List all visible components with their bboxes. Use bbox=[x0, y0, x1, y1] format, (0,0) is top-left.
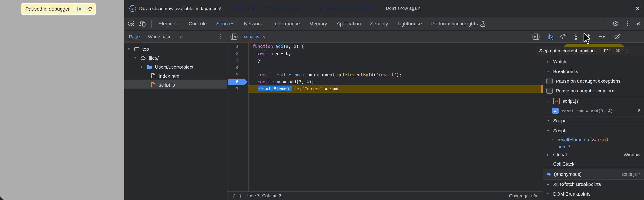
section-call-stack[interactable]: Call Stack bbox=[543, 159, 644, 169]
tree-expand-arrow-icon[interactable] bbox=[140, 65, 146, 69]
code-line[interactable]: function add(a, b) { bbox=[248, 43, 543, 50]
tab-workspace[interactable]: Workspace bbox=[148, 30, 172, 42]
line-number-gutter[interactable]: 6 bbox=[227, 78, 248, 86]
checkbox-checked[interactable] bbox=[552, 108, 558, 114]
section-scope[interactable]: Scope bbox=[543, 116, 644, 126]
chevron-right-icon[interactable] bbox=[552, 138, 558, 141]
section-xhr-breakpoints[interactable]: XHR/fetch Breakpoints bbox=[543, 179, 644, 189]
script-file-badge-icon: ‹› bbox=[553, 98, 560, 104]
chevron-right-icon[interactable] bbox=[547, 60, 553, 63]
breakpoint-source-text: const sum = add(3, 4); bbox=[562, 109, 615, 113]
chevron-right-icon[interactable] bbox=[547, 183, 553, 186]
code-editor[interactable]: 1 function add(a, b) { bbox=[227, 43, 543, 192]
code-line[interactable]: } bbox=[248, 57, 543, 64]
scope-global-group[interactable]: Global Window bbox=[543, 150, 644, 159]
line-number-gutter[interactable]: 4 bbox=[227, 64, 248, 71]
section-dom-breakpoints[interactable]: DOM Breakpoints bbox=[543, 189, 644, 200]
devtools-close-icon[interactable]: × bbox=[636, 20, 640, 27]
code-token: } bbox=[252, 58, 260, 63]
step-button[interactable] bbox=[595, 32, 608, 41]
chevron-down-icon[interactable] bbox=[547, 162, 553, 166]
tree-expand-arrow-icon[interactable] bbox=[128, 47, 134, 51]
line-number-gutter[interactable]: 5 bbox=[227, 71, 248, 78]
tab-page[interactable]: Page bbox=[129, 30, 140, 42]
chevron-down-icon[interactable] bbox=[547, 70, 553, 73]
chevron-right-icon[interactable] bbox=[547, 153, 553, 156]
panel-tab[interactable]: Memory bbox=[304, 17, 332, 30]
line-number[interactable]: 6 bbox=[236, 79, 238, 84]
tree-row[interactable]: file:// bbox=[124, 53, 227, 62]
step-over-button[interactable] bbox=[556, 32, 569, 41]
scope-var-sum[interactable]: sum: 7 bbox=[543, 143, 644, 150]
panel-tab[interactable]: Console bbox=[184, 17, 212, 30]
code-line[interactable]: return a + b; bbox=[248, 50, 543, 57]
panel-tab[interactable]: Application bbox=[332, 17, 366, 30]
checkbox-unchecked[interactable] bbox=[546, 88, 553, 94]
pause-uncaught-row[interactable]: Pause on uncaught exceptions bbox=[543, 76, 644, 86]
resume-script-button[interactable] bbox=[74, 4, 84, 14]
scope-script-group[interactable]: Script bbox=[543, 126, 644, 136]
scope-var-resultelement[interactable]: resultElement: div#result bbox=[543, 136, 644, 143]
checkbox-unchecked[interactable] bbox=[546, 78, 553, 84]
code-line[interactable]: const resultElement = document.getElemen… bbox=[248, 71, 543, 78]
step-into-button[interactable] bbox=[569, 32, 582, 41]
inspect-element-icon[interactable] bbox=[128, 20, 136, 28]
infobar-action-button[interactable]: Always match Chrome's language bbox=[227, 3, 305, 13]
section-breakpoints[interactable]: Breakpoints bbox=[543, 66, 644, 76]
more-options-kebab-icon[interactable]: ⋮ bbox=[624, 21, 630, 27]
code-line[interactable]: const sum = add(3, 4); bbox=[248, 78, 543, 86]
panel-tab[interactable]: Sources bbox=[212, 17, 239, 30]
infobar-action-button[interactable]: Don't show again bbox=[381, 3, 425, 13]
section-watch[interactable]: Watch bbox=[543, 57, 644, 66]
line-number-gutter[interactable]: 7 bbox=[227, 85, 248, 93]
panel-tab[interactable]: Security bbox=[366, 17, 393, 30]
tree-expand-arrow-icon[interactable] bbox=[134, 56, 140, 60]
more-tabs-chevron-icon[interactable]: » bbox=[180, 33, 183, 40]
breakpoint-file-group[interactable]: ‹› script.js bbox=[543, 96, 644, 106]
line-number-gutter[interactable]: 3 bbox=[227, 57, 248, 64]
editor-tabbar: script.js × bbox=[227, 30, 543, 43]
tree-row[interactable]: script.js bbox=[124, 80, 227, 89]
navigator-kebab-icon[interactable]: ⋮ bbox=[218, 33, 224, 40]
chevron-down-icon[interactable] bbox=[547, 99, 553, 103]
panel-tab[interactable]: Performance insights bbox=[426, 17, 490, 30]
infobar-close-icon[interactable]: × bbox=[635, 4, 640, 12]
panel-tab[interactable]: Elements bbox=[154, 17, 184, 30]
pretty-print-braces-icon[interactable]: { } bbox=[232, 194, 242, 199]
breakpoint-entry[interactable]: const sum = add(3, 4); 6 bbox=[543, 106, 644, 116]
tree-row[interactable]: Users/user/project bbox=[124, 62, 227, 71]
code-line[interactable] bbox=[248, 64, 543, 71]
device-toolbar-icon[interactable] bbox=[138, 20, 146, 28]
collapse-debugger-icon[interactable] bbox=[532, 32, 540, 41]
panel-tab[interactable]: Network bbox=[239, 17, 267, 30]
settings-gear-icon[interactable]: ⚙ bbox=[612, 20, 618, 27]
coverage-status: Coverage: n/a bbox=[509, 193, 538, 199]
line-number[interactable]: 7 bbox=[236, 86, 238, 91]
line-number[interactable]: 5 bbox=[236, 72, 238, 77]
resume-button[interactable] bbox=[544, 32, 556, 41]
step-out-tooltip: Step out of current function - ⇧ F11 - ⌘… bbox=[536, 46, 644, 55]
chevron-down-icon[interactable] bbox=[547, 119, 553, 122]
chevron-down-icon[interactable] bbox=[547, 129, 553, 133]
line-number[interactable]: 1 bbox=[236, 44, 238, 49]
panel-tab[interactable]: Lighthouse bbox=[393, 17, 426, 30]
code-token bbox=[273, 44, 276, 49]
chevron-right-icon[interactable] bbox=[547, 191, 553, 195]
panel-tab[interactable]: Performance bbox=[267, 17, 304, 30]
code-line[interactable]: resultElement.textContent = sum; bbox=[248, 85, 543, 93]
pause-caught-row[interactable]: Pause on caught exceptions bbox=[543, 86, 644, 96]
editor-tab-close-icon[interactable]: × bbox=[262, 34, 266, 39]
infobar-action-button[interactable]: Switch DevTools to Japanese bbox=[308, 3, 377, 13]
editor-tab-scriptjs[interactable]: script.js × bbox=[239, 30, 270, 42]
line-number[interactable]: 2 bbox=[236, 51, 238, 56]
collapse-navigator-icon[interactable] bbox=[230, 32, 238, 41]
line-number[interactable]: 3 bbox=[236, 58, 238, 63]
line-number[interactable]: 4 bbox=[236, 65, 238, 70]
tree-row[interactable]: top bbox=[124, 44, 227, 53]
call-stack-frame[interactable]: (anonymous) script.js:7 bbox=[543, 169, 644, 179]
tree-row[interactable]: index.html bbox=[124, 71, 227, 80]
line-number-gutter[interactable]: 1 bbox=[227, 43, 248, 50]
deactivate-breakpoints-button[interactable] bbox=[611, 32, 624, 41]
line-number-gutter[interactable]: 2 bbox=[227, 50, 248, 57]
step-over-button[interactable] bbox=[84, 4, 95, 14]
